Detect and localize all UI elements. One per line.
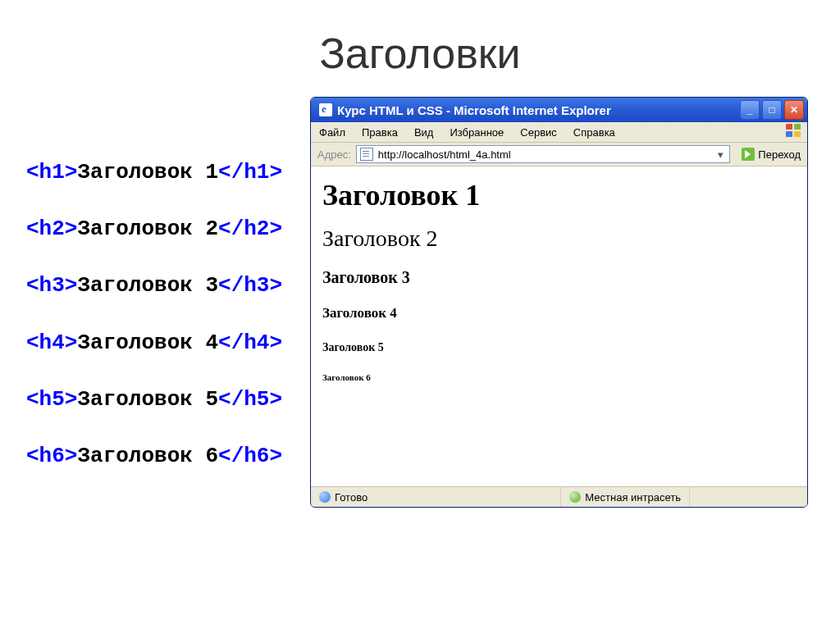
window-buttons: _ □ ✕ — [740, 100, 804, 120]
heading-4: Заголовок 4 — [322, 305, 796, 321]
browser-window: Курс HTML и CSS - Microsoft Internet Exp… — [310, 97, 808, 508]
go-button[interactable]: Переход — [735, 145, 807, 163]
address-label: Адрес: — [311, 148, 356, 161]
url-input[interactable] — [377, 148, 712, 162]
go-arrow-icon — [742, 148, 755, 161]
url-box[interactable]: ▾ — [356, 145, 731, 163]
window-title: Курс HTML и CSS - Microsoft Internet Exp… — [337, 103, 740, 117]
heading-2: Заголовок 2 — [322, 226, 796, 252]
code-line-h2: <h2>Заголовок 2</h2> — [26, 217, 282, 242]
code-line-h6: <h6>Заголовок 6</h6> — [26, 444, 282, 469]
menu-favorites[interactable]: Избранное — [441, 126, 512, 139]
minimize-button[interactable]: _ — [740, 100, 760, 120]
menubar: Файл Правка Вид Избранное Сервис Справка — [311, 122, 807, 143]
code-text: Заголовок 2 — [77, 217, 218, 241]
windows-logo-icon — [786, 124, 804, 140]
code-line-h4: <h4>Заголовок 4</h4> — [26, 330, 282, 356]
slide-title: Заголовки — [0, 29, 840, 78]
code-line-h1: <h1>Заголовок 1</h1> — [26, 160, 282, 185]
tag-close: </h3> — [218, 273, 282, 298]
heading-3: Заголовок 3 — [322, 268, 796, 287]
maximize-button[interactable]: □ — [762, 100, 782, 120]
tag-open: <h4> — [26, 330, 77, 355]
address-bar: Адрес: ▾ Переход — [311, 143, 807, 166]
page-content: Заголовок 1 Заголовок 2 Заголовок 3 Заго… — [311, 166, 807, 486]
intranet-icon — [569, 491, 581, 503]
status-right: Местная интрасеть — [561, 487, 690, 507]
tag-open: <h3> — [26, 273, 77, 298]
tag-close: </h1> — [218, 160, 282, 185]
code-text: Заголовок 6 — [77, 444, 218, 468]
code-text: Заголовок 1 — [77, 160, 218, 185]
menu-edit[interactable]: Правка — [354, 126, 406, 139]
menu-service[interactable]: Сервис — [512, 126, 565, 139]
menu-help[interactable]: Справка — [565, 126, 623, 139]
heading-6: Заголовок 6 — [322, 372, 796, 382]
code-text: Заголовок 4 — [77, 330, 218, 355]
menu-view[interactable]: Вид — [406, 126, 442, 139]
code-text: Заголовок 3 — [77, 273, 218, 298]
status-left: Готово — [311, 487, 561, 507]
status-text-right: Местная интрасеть — [585, 491, 681, 504]
heading-5: Заголовок 5 — [322, 341, 796, 354]
tag-close: </h6> — [218, 444, 282, 468]
code-line-h3: <h3>Заголовок 3</h3> — [26, 273, 282, 299]
tag-close: </h5> — [218, 387, 282, 412]
ie-status-icon — [319, 491, 331, 503]
tag-open: <h1> — [26, 160, 77, 185]
page-icon — [360, 148, 373, 161]
code-line-h5: <h5>Заголовок 5</h5> — [26, 387, 282, 412]
url-dropdown-icon[interactable]: ▾ — [714, 148, 726, 161]
status-text-left: Готово — [335, 491, 368, 504]
tag-close: </h4> — [218, 330, 282, 355]
heading-1: Заголовок 1 — [322, 178, 796, 212]
close-button[interactable]: ✕ — [784, 100, 804, 120]
titlebar[interactable]: Курс HTML и CSS - Microsoft Internet Exp… — [311, 98, 807, 122]
code-text: Заголовок 5 — [77, 387, 218, 412]
status-bar: Готово Местная интрасеть — [311, 486, 807, 507]
go-label: Переход — [758, 148, 801, 161]
tag-close: </h2> — [218, 217, 282, 241]
menu-file[interactable]: Файл — [311, 126, 354, 139]
ie-icon — [319, 103, 332, 116]
slide: Заголовки <h1>Заголовок 1</h1> <h2>Загол… — [0, 0, 840, 629]
code-column: <h1>Заголовок 1</h1> <h2>Заголовок 2</h2… — [26, 160, 282, 500]
tag-open: <h2> — [26, 217, 77, 241]
tag-open: <h5> — [26, 387, 77, 412]
tag-open: <h6> — [26, 444, 77, 468]
